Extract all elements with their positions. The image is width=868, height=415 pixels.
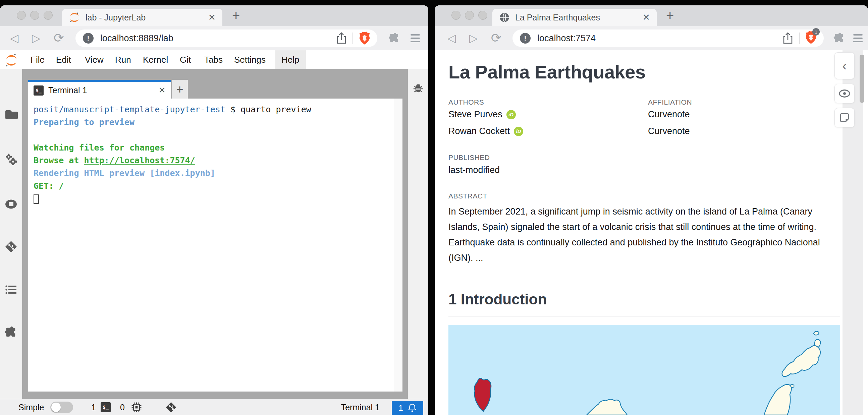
share-icon[interactable]	[782, 32, 794, 44]
tab-close-icon[interactable]: ✕	[208, 13, 216, 22]
terminal-line-preparing: Preparing to preview	[34, 116, 402, 129]
menu-file[interactable]: File	[31, 50, 44, 69]
terminal-line-watching: Watching files for changes	[34, 141, 402, 154]
terminal-icon: $_	[34, 86, 43, 96]
terminal-line-browse: Browse at http://localhost:7574/	[34, 154, 402, 167]
section-heading: 1 Introduction	[448, 291, 547, 308]
browse-at-text: Browse at	[34, 156, 84, 165]
orcid-icon[interactable]: iD	[514, 127, 523, 136]
terminal-line-blank	[34, 129, 402, 141]
annotation-button[interactable]	[834, 108, 855, 127]
traffic-lights	[17, 11, 53, 20]
extension-manager-puzzle-icon[interactable]	[4, 326, 18, 339]
zoom-window-button[interactable]	[43, 11, 53, 20]
menu-edit[interactable]: Edit	[56, 50, 71, 69]
map-islet-alegranza	[814, 331, 819, 335]
site-info-icon[interactable]: !	[520, 33, 531, 43]
menu-help[interactable]: Help	[281, 50, 299, 69]
minimize-window-button[interactable]	[465, 11, 474, 20]
tab-close-icon[interactable]: ✕	[642, 13, 650, 22]
new-launcher-button[interactable]: +	[172, 80, 188, 99]
orcid-icon[interactable]: iD	[506, 110, 516, 119]
terminal-tab-label: Terminal 1	[48, 86, 158, 95]
file-browser-icon[interactable]	[4, 107, 18, 121]
bell-icon	[408, 403, 416, 413]
statusbar-context-label: Terminal 1	[341, 399, 380, 415]
menu-kernel[interactable]: Kernel	[143, 50, 168, 69]
tab-title: La Palma Earthquakes	[515, 13, 638, 23]
terminal-cursor	[34, 194, 39, 204]
terminal-tab[interactable]: $_ Terminal 1 ✕	[28, 80, 171, 99]
browser-toolbar: ◁ ▷ ⟳ ! localhost:7574 1	[435, 26, 868, 50]
reload-button[interactable]: ⟳	[491, 31, 501, 45]
extensions-puzzle-icon[interactable]	[389, 32, 400, 44]
browser-menu-icon[interactable]	[853, 34, 863, 44]
stop-running-icon[interactable]	[4, 197, 18, 211]
brave-shields-icon[interactable]	[359, 32, 371, 45]
close-window-button[interactable]	[452, 11, 461, 20]
reload-button[interactable]: ⟳	[54, 31, 64, 45]
authors-label: AUTHORS	[448, 98, 484, 106]
forward-button[interactable]: ▷	[32, 31, 40, 45]
git-status-icon[interactable]	[165, 399, 177, 415]
close-window-button[interactable]	[17, 11, 26, 20]
traffic-lights	[452, 11, 487, 20]
menu-run[interactable]: Run	[115, 50, 131, 69]
shields-badge: 1	[812, 28, 820, 35]
terminal-panel[interactable]: posit/manuscript-template-jupyter-test $…	[28, 99, 402, 391]
notifications-count: 1	[398, 403, 403, 413]
browser-menu-icon[interactable]	[410, 34, 420, 44]
debugger-bug-icon[interactable]	[412, 82, 425, 95]
page-title: La Palma Earthquakes	[448, 61, 646, 83]
author-row: Steve Purves iD	[448, 109, 516, 120]
notifications-button[interactable]: 1	[392, 401, 423, 415]
published-label: PUBLISHED	[448, 154, 490, 162]
terminal-cursor-line	[34, 192, 402, 208]
author-row: Rowan Cockett iD	[448, 126, 523, 136]
collapse-panel-button[interactable]: ‹	[834, 52, 855, 79]
browser-tab-jupyterlab[interactable]: lab - JupyterLab ✕	[62, 9, 222, 26]
jupyterlab-menubar: File Edit View Run Kernel Git Tabs Setti…	[0, 50, 428, 69]
author-affiliation: Curvenote	[648, 126, 690, 136]
running-kernels-gears-icon[interactable]	[4, 153, 18, 166]
back-button[interactable]: ◁	[10, 31, 19, 45]
git-icon[interactable]	[4, 240, 18, 253]
preview-url-link[interactable]: http://localhost:7574/	[84, 156, 195, 165]
new-tab-button[interactable]: +	[232, 8, 240, 23]
menu-view[interactable]: View	[85, 50, 104, 69]
url-text[interactable]: localhost:8889/lab	[100, 33, 336, 43]
minimize-window-button[interactable]	[30, 11, 39, 20]
back-button[interactable]: ◁	[447, 31, 456, 45]
address-bar[interactable]: ! localhost:7574 1	[513, 30, 824, 47]
browser-window-jupyterlab: lab - JupyterLab ✕ + ◁ ▷ ⟳ ! localhost:8…	[0, 5, 428, 415]
extensions-puzzle-icon[interactable]	[833, 32, 845, 44]
site-info-icon[interactable]: !	[83, 33, 94, 43]
note-icon	[839, 112, 850, 123]
zoom-window-button[interactable]	[478, 11, 487, 20]
visibility-button[interactable]	[834, 84, 855, 103]
browser-tab-lapalma[interactable]: La Palma Earthquakes ✕	[492, 9, 657, 26]
brave-shields-button[interactable]: 1	[805, 31, 817, 45]
jupyterlab-right-sidebar	[408, 69, 428, 399]
author-name: Steve Purves	[448, 109, 502, 120]
affiliation-label: AFFILIATION	[648, 98, 692, 106]
forward-button[interactable]: ▷	[469, 31, 477, 45]
new-tab-button[interactable]: +	[666, 8, 674, 23]
terminal-scrollbar[interactable]	[394, 99, 402, 391]
document-page: La Palma Earthquakes AUTHORS AFFILIATION…	[435, 50, 868, 415]
tab-title: lab - JupyterLab	[86, 13, 203, 23]
menu-tabs[interactable]: Tabs	[204, 50, 223, 69]
simple-mode-toggle[interactable]	[50, 399, 73, 415]
menu-git[interactable]: Git	[180, 50, 191, 69]
table-of-contents-icon[interactable]	[4, 283, 18, 296]
terminal-line-prompt: posit/manuscript-template-jupyter-test $…	[34, 103, 402, 116]
tab-strip: La Palma Earthquakes ✕ +	[435, 5, 868, 26]
menu-settings[interactable]: Settings	[234, 50, 266, 69]
page-scrollbar-thumb[interactable]	[860, 55, 864, 103]
terminal-tab-close-icon[interactable]: ✕	[158, 85, 166, 96]
terminal-cwd: posit/manuscript-template-jupyter-test	[34, 104, 225, 114]
jupyterlab-left-sidebar	[0, 69, 22, 399]
address-bar[interactable]: ! localhost:8889/lab	[75, 30, 377, 47]
url-text[interactable]: localhost:7574	[537, 33, 782, 43]
share-icon[interactable]	[336, 32, 347, 44]
